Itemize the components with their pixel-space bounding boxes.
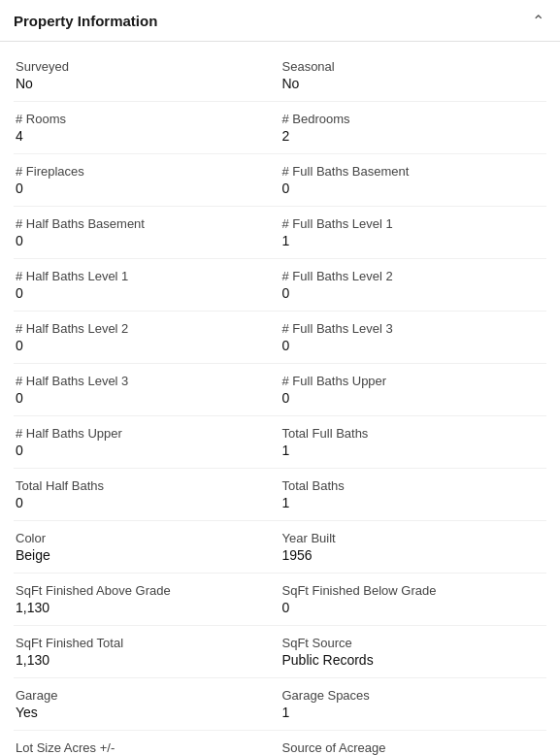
chevron-up-icon[interactable]: ⌃ <box>529 12 546 29</box>
table-row: # Half Baths Basement0# Full Baths Level… <box>14 207 546 259</box>
right-cell-label: Total Full Baths <box>282 426 544 441</box>
left-cell-value: 0 <box>16 443 277 458</box>
table-row: Total Half Baths0Total Baths1 <box>14 469 546 521</box>
right-cell-value: 0 <box>282 338 544 353</box>
right-cell: Total Full Baths1 <box>280 422 547 462</box>
right-cell-label: # Full Baths Level 3 <box>282 321 544 336</box>
property-information-section: Property Information ⌃ SurveyedNoSeasona… <box>0 0 560 755</box>
right-cell: Total Baths1 <box>280 475 547 514</box>
left-cell-label: # Half Baths Level 3 <box>16 374 277 388</box>
left-cell-value: 1,130 <box>16 600 277 615</box>
left-cell-value: 0 <box>16 495 277 510</box>
left-cell-value: 0 <box>16 233 277 248</box>
left-cell: SurveyedNo <box>14 55 280 95</box>
left-cell-value: 1,130 <box>16 652 277 668</box>
left-cell-label: Garage <box>16 688 277 703</box>
left-cell-value: 0 <box>16 338 277 353</box>
right-cell: # Full Baths Level 30 <box>280 317 547 357</box>
right-cell-value: 1 <box>282 443 544 458</box>
right-cell: SqFt Finished Below Grade0 <box>280 579 547 619</box>
right-cell-label: Seasonal <box>282 59 544 74</box>
right-cell-value: 1 <box>282 495 544 510</box>
right-cell: Year Built1956 <box>280 527 547 567</box>
left-cell-label: Lot Size Acres +/- <box>16 740 277 755</box>
left-cell-label: # Fireplaces <box>16 164 277 179</box>
right-cell-value: 0 <box>282 181 544 196</box>
right-cell: Garage Spaces1 <box>280 684 547 724</box>
left-cell-label: Color <box>16 531 277 545</box>
table-row: # Fireplaces0# Full Baths Basement0 <box>14 154 546 207</box>
right-cell-value: 1 <box>282 233 544 248</box>
table-row: # Half Baths Level 20# Full Baths Level … <box>14 312 546 364</box>
right-cell-label: SqFt Source <box>282 636 544 650</box>
right-cell-label: Total Baths <box>282 478 544 493</box>
right-cell: # Full Baths Basement0 <box>280 160 547 200</box>
left-cell: # Half Baths Level 20 <box>14 317 280 357</box>
section-title: Property Information <box>14 13 157 29</box>
left-cell-label: Total Half Baths <box>16 478 277 493</box>
left-cell: # Rooms4 <box>14 108 280 148</box>
right-cell: SqFt SourcePublic Records <box>280 632 547 672</box>
right-cell-label: Garage Spaces <box>282 688 544 703</box>
property-info-content: SurveyedNoSeasonalNo# Rooms4# Bedrooms2#… <box>0 42 560 755</box>
right-cell: Source of AcreagePublic Records <box>280 737 547 755</box>
right-cell: # Full Baths Level 20 <box>280 265 547 305</box>
right-cell: # Full Baths Upper0 <box>280 370 547 410</box>
right-cell-label: # Full Baths Upper <box>282 374 544 388</box>
left-cell: Lot Size Acres +/-0.3 <box>14 737 280 755</box>
left-cell-value: 0 <box>16 181 277 196</box>
left-cell: ColorBeige <box>14 527 280 567</box>
right-cell-value: 1956 <box>282 547 544 563</box>
right-cell: # Full Baths Level 11 <box>280 213 547 252</box>
right-cell-label: SqFt Finished Below Grade <box>282 583 544 598</box>
left-cell-value: 0 <box>16 285 277 301</box>
left-cell-label: SqFt Finished Total <box>16 636 277 650</box>
left-cell-label: # Rooms <box>16 112 277 126</box>
right-cell-label: Source of Acreage <box>282 740 544 755</box>
right-cell-value: 0 <box>282 390 544 406</box>
right-cell-label: # Full Baths Level 1 <box>282 216 544 231</box>
section-header[interactable]: Property Information ⌃ <box>0 0 560 42</box>
right-cell-value: Public Records <box>282 652 544 668</box>
table-row: # Rooms4# Bedrooms2 <box>14 102 546 154</box>
right-cell-value: 0 <box>282 600 544 615</box>
table-row: SqFt Finished Total1,130SqFt SourcePubli… <box>14 626 546 678</box>
left-cell: # Half Baths Basement0 <box>14 213 280 252</box>
table-row: SurveyedNoSeasonalNo <box>14 49 546 102</box>
right-cell-label: Year Built <box>282 531 544 545</box>
left-cell-label: # Half Baths Upper <box>16 426 277 441</box>
right-cell-value: 1 <box>282 705 544 720</box>
left-cell-label: # Half Baths Level 2 <box>16 321 277 336</box>
left-cell-label: # Half Baths Basement <box>16 216 277 231</box>
left-cell-label: Surveyed <box>16 59 277 74</box>
left-cell-value: 0 <box>16 390 277 406</box>
left-cell: GarageYes <box>14 684 280 724</box>
table-row: SqFt Finished Above Grade1,130SqFt Finis… <box>14 574 546 626</box>
right-cell-label: # Bedrooms <box>282 112 544 126</box>
right-cell: SeasonalNo <box>280 55 547 95</box>
left-cell: SqFt Finished Above Grade1,130 <box>14 579 280 619</box>
left-cell-label: SqFt Finished Above Grade <box>16 583 277 598</box>
left-cell: # Half Baths Level 30 <box>14 370 280 410</box>
right-cell-value: 0 <box>282 285 544 301</box>
left-cell-value: No <box>16 76 277 91</box>
right-cell-value: 2 <box>282 128 544 144</box>
table-row: # Half Baths Level 30# Full Baths Upper0 <box>14 364 546 416</box>
left-cell: # Half Baths Upper0 <box>14 422 280 462</box>
table-row: # Half Baths Level 10# Full Baths Level … <box>14 259 546 312</box>
left-cell: # Half Baths Level 10 <box>14 265 280 305</box>
left-cell-value: 4 <box>16 128 277 144</box>
left-cell: Total Half Baths0 <box>14 475 280 514</box>
left-cell-value: Yes <box>16 705 277 720</box>
table-row: Lot Size Acres +/-0.3Source of AcreagePu… <box>14 731 546 755</box>
right-cell: # Bedrooms2 <box>280 108 547 148</box>
right-cell-label: # Full Baths Basement <box>282 164 544 179</box>
right-cell-label: # Full Baths Level 2 <box>282 269 544 283</box>
left-cell: SqFt Finished Total1,130 <box>14 632 280 672</box>
table-row: GarageYesGarage Spaces1 <box>14 678 546 731</box>
left-cell-value: Beige <box>16 547 277 563</box>
left-cell: # Fireplaces0 <box>14 160 280 200</box>
table-row: ColorBeigeYear Built1956 <box>14 521 546 574</box>
left-cell-label: # Half Baths Level 1 <box>16 269 277 283</box>
right-cell-value: No <box>282 76 544 91</box>
